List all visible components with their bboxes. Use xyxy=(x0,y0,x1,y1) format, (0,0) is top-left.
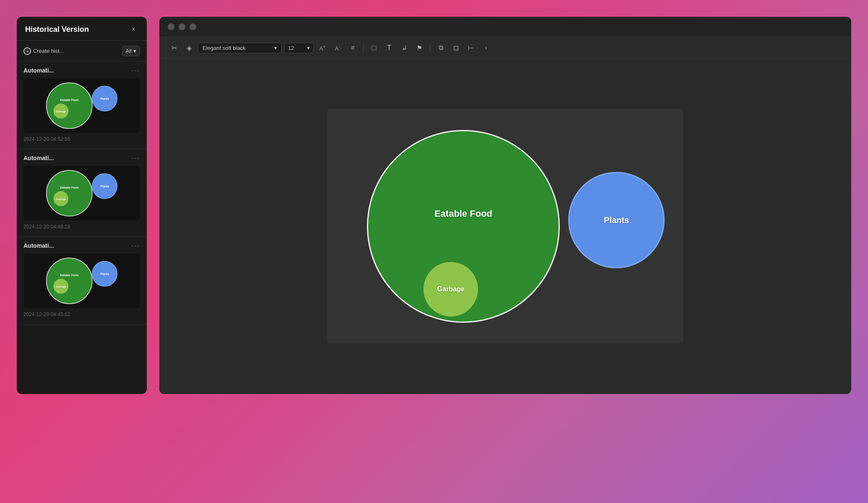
text-shrink-button[interactable]: A- xyxy=(331,41,344,54)
extra-icon: › xyxy=(485,44,487,52)
editor-window: ✂ ◈ Elegant soft black ▾ 12 ▾ A+ A- ≡ □ … xyxy=(159,17,851,394)
chevron-down-icon: ▾ xyxy=(133,48,136,54)
svg-text:Garbage: Garbage xyxy=(56,198,66,200)
toolbar-divider xyxy=(430,43,430,53)
more-icon: ⊢ xyxy=(468,44,474,52)
rect-icon: □ xyxy=(372,44,377,52)
editor-toolbar: ✂ ◈ Elegant soft black ▾ 12 ▾ A+ A- ≡ □ … xyxy=(159,37,851,59)
svg-text:Plants: Plants xyxy=(100,272,109,275)
panel-header: Historical Version × xyxy=(17,17,147,41)
align-button[interactable]: ≡ xyxy=(346,41,359,54)
flag-button[interactable]: ⚑ xyxy=(413,41,426,54)
editor-canvas[interactable]: Eatable Food Plants Garbage xyxy=(159,59,851,394)
font-selector[interactable]: Elegant soft black ▾ xyxy=(198,43,282,53)
garbage-label: Garbage xyxy=(437,285,465,293)
version-item-header: Automati... ··· xyxy=(23,242,140,249)
text-icon: T xyxy=(387,44,392,52)
version-thumbnail[interactable]: Eatable Food Plants Garbage xyxy=(23,78,140,133)
angle-button[interactable]: ↲ xyxy=(398,41,411,54)
text-shrink-icon: A- xyxy=(335,44,340,52)
version-more-button[interactable]: ··· xyxy=(131,154,140,162)
svg-text:Garbage: Garbage xyxy=(56,110,66,113)
angle-icon: ↲ xyxy=(402,44,407,52)
more-button[interactable]: ⊢ xyxy=(465,41,477,54)
panel-title: Historical Version xyxy=(25,25,89,34)
text-button[interactable]: T xyxy=(383,41,395,54)
extra-button[interactable]: › xyxy=(480,41,492,54)
layers-icon: ⧉ xyxy=(439,44,443,52)
align-icon: ≡ xyxy=(351,44,354,52)
svg-text:Eatable Food: Eatable Food xyxy=(60,99,78,101)
svg-text:Garbage: Garbage xyxy=(56,285,66,288)
paint-icon: ◈ xyxy=(187,44,192,52)
chevron-down-icon: ▾ xyxy=(274,45,277,51)
layers-button[interactable]: ⧉ xyxy=(434,41,447,54)
version-item-header: Automati... ··· xyxy=(23,154,140,162)
svg-point-15 xyxy=(47,258,92,303)
frame-icon: ⊡ xyxy=(453,44,459,52)
svg-text:Eatable Food: Eatable Food xyxy=(60,186,78,189)
svg-point-8 xyxy=(47,170,92,216)
create-history-button[interactable]: + Create hist... xyxy=(23,47,64,55)
version-thumbnail[interactable]: Eatable Food Plants Garbage xyxy=(23,166,140,220)
editor-titlebar xyxy=(159,17,851,37)
rect-button[interactable]: □ xyxy=(368,41,380,54)
flag-icon: ⚑ xyxy=(416,44,422,52)
version-more-button[interactable]: ··· xyxy=(131,242,140,249)
traffic-light-close[interactable] xyxy=(168,23,174,30)
bubble-chart: Eatable Food Plants Garbage xyxy=(333,117,677,335)
paint-button[interactable]: ◈ xyxy=(183,41,195,54)
chevron-down-icon: ▾ xyxy=(307,45,310,51)
font-size-selector[interactable]: 12 ▾ xyxy=(284,43,314,53)
toolbar-divider xyxy=(363,43,364,53)
filter-dropdown[interactable]: All ▾ xyxy=(122,46,140,56)
svg-text:Plants: Plants xyxy=(100,97,109,100)
garbage-bubble[interactable]: Garbage xyxy=(424,262,478,316)
version-more-button[interactable]: ··· xyxy=(131,67,140,74)
svg-point-1 xyxy=(47,83,92,128)
version-item: Automati... ··· Eatable Food Plants Garb… xyxy=(17,149,147,237)
version-item: Automati... ··· Eatable Food Plants Garb… xyxy=(17,62,147,149)
plants-bubble[interactable]: Plants xyxy=(568,172,665,268)
plants-label: Plants xyxy=(604,215,629,225)
traffic-light-minimize[interactable] xyxy=(179,23,185,30)
version-thumbnail[interactable]: Eatable Food Plants Garbage xyxy=(23,254,140,308)
cut-icon: ✂ xyxy=(172,44,177,52)
svg-text:Eatable Food: Eatable Food xyxy=(60,274,78,277)
historical-version-panel: Historical Version × + Create hist... Al… xyxy=(17,17,147,394)
panel-toolbar: + Create hist... All ▾ xyxy=(17,41,147,62)
plus-icon: + xyxy=(23,47,31,55)
eatable-food-label: Eatable Food xyxy=(434,208,492,219)
cut-button[interactable]: ✂ xyxy=(168,41,180,54)
close-button[interactable]: × xyxy=(128,24,138,34)
version-item: Automati... ··· Eatable Food Plants Garb… xyxy=(17,237,147,324)
text-grow-icon: A+ xyxy=(320,44,326,52)
version-item-header: Automati... ··· xyxy=(23,67,140,74)
traffic-light-maximize[interactable] xyxy=(190,23,196,30)
svg-text:Plants: Plants xyxy=(100,185,109,188)
canvas-content: Eatable Food Plants Garbage xyxy=(327,109,683,344)
frame-button[interactable]: ⊡ xyxy=(450,41,462,54)
text-grow-button[interactable]: A+ xyxy=(316,41,329,54)
